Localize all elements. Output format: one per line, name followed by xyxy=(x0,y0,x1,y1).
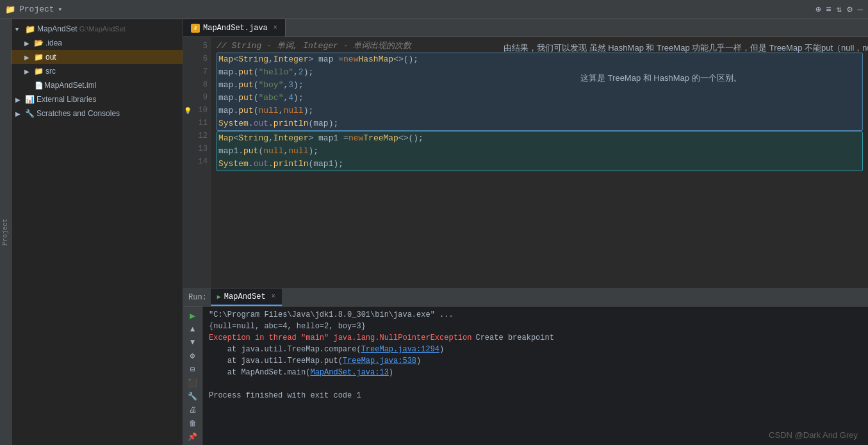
sidebar-item-src[interactable]: ▶ 📁 src xyxy=(12,64,183,78)
project-label[interactable]: Project xyxy=(19,4,54,14)
scratches-label: Scratches and Consoles xyxy=(37,109,120,118)
run-label: Run: xyxy=(188,293,209,302)
settings-icon[interactable]: ⚙ xyxy=(190,351,195,361)
scroll-up-icon[interactable]: ▲ xyxy=(190,325,195,334)
console-exit-code: Process finished with exit code 1 xyxy=(209,390,862,401)
console-stack-1: at java.util.TreeMap.compare(TreeMap.jav… xyxy=(209,344,862,355)
line-num-10: 10 💡 xyxy=(183,104,211,117)
console-exception-line: Exception in thread "main" java.lang.Nul… xyxy=(209,332,862,344)
code-line-12: Map<String,Integer> map1 =new TreeMap<>(… xyxy=(217,132,862,145)
line-num-12: 12 xyxy=(183,130,211,142)
console-stack-2: at java.util.TreeMap.put(TreeMap.java:53… xyxy=(209,355,862,367)
run-tab-icon: ▶ xyxy=(217,293,221,301)
toolbar-add-icon[interactable]: ⊕ xyxy=(815,4,821,15)
line-num-11: 11 xyxy=(183,117,211,130)
code-line-6: Map<String,Integer> map = new HashMap<>(… xyxy=(217,53,862,66)
project-root-label: MapAndSet xyxy=(37,24,78,33)
tree-item-root[interactable]: ▾ 📁 MapAndSet G:\MapAndSet xyxy=(12,22,183,36)
line-num-14: 14 xyxy=(183,155,211,168)
stack-link-2[interactable]: TreeMap.java:538 xyxy=(343,357,416,365)
bulb-icon[interactable]: 💡 xyxy=(184,105,192,118)
tab-mapandset[interactable]: J MapAndSet.java × xyxy=(183,19,286,37)
create-breakpoint-btn[interactable]: Create breakpoint xyxy=(475,332,553,344)
toolbar-align-icon[interactable]: ≡ xyxy=(826,4,831,15)
watermark: CSDN @Dark And Grey xyxy=(769,430,858,440)
line-num-13: 13 xyxy=(183,142,211,155)
line-num-7: 7 xyxy=(183,65,211,78)
bottom-content: ▶ ▲ ▼ ⚙ ⊟ ⬛ 🔧 🖨 🗑 📌 "C:\Program Files\Ja… xyxy=(183,306,868,445)
idea-label: .idea xyxy=(45,38,62,47)
print-icon[interactable]: 🖨 xyxy=(189,405,197,415)
stack-link-1[interactable]: TreeMap.java:1294 xyxy=(361,345,439,354)
out-label: out xyxy=(45,53,56,62)
sidebar-item-scratches[interactable]: ▶ 🔧 Scratches and Consoles xyxy=(12,106,183,121)
tab-label: MapAndSet.java xyxy=(203,24,268,33)
sidebar-item-iml[interactable]: 📄 MapAndSet.iml xyxy=(12,78,183,92)
toolbar-settings-icon[interactable]: ⚙ xyxy=(847,4,852,15)
editor-tab-bar: J MapAndSet.java × xyxy=(183,19,868,37)
console-empty xyxy=(209,378,862,390)
filter-icon[interactable]: ⊟ xyxy=(190,365,195,374)
line-numbers: 5 6 7 8 9 10 💡 11 12 13 14 xyxy=(183,37,211,288)
right-annotation: 这算是 TreeMap 和 HashMap 的一个区别。 xyxy=(580,72,862,84)
ext-lib-label: External Libraries xyxy=(37,95,96,104)
console-stack-3: at MapAndSet.main(MapAndSet.java:13) xyxy=(209,367,862,378)
stop-icon[interactable]: ⬛ xyxy=(188,378,197,388)
run-play-icon[interactable]: ▶ xyxy=(190,310,195,321)
sidebar-item-ext-lib[interactable]: ▶ 📊 External Libraries xyxy=(12,92,183,106)
top-annotation: 由结果，我们可以发现 虽然 HashMap 和 TreeMap 功能几乎一样，但… xyxy=(504,42,862,54)
stack-link-3[interactable]: MapAndSet.java:13 xyxy=(310,368,388,377)
sidebar: ▾ 📁 MapAndSet G:\MapAndSet ▶ 📂 .idea ▶ 📁… xyxy=(12,19,183,445)
console-output: "C:\Program Files\Java\jdk1.8.0_301\bin\… xyxy=(202,306,868,445)
arrow-right-icon-src: ▶ xyxy=(24,68,32,75)
bottom-tab-mapandset[interactable]: ▶ MapAndSet × xyxy=(211,289,282,306)
code-line-14: System.out.println(map1); xyxy=(217,158,862,171)
arrow-right-ext: ▶ xyxy=(15,96,23,103)
src-label: src xyxy=(45,67,56,76)
line-num-5: 5 xyxy=(183,40,211,53)
code-line-10: map.put(null,null); xyxy=(217,105,862,117)
console-output-line1: {null=null, abc=4, hello=2, boy=3} xyxy=(209,321,862,332)
bottom-left-toolbar: ▶ ▲ ▼ ⚙ ⊟ ⬛ 🔧 🖨 🗑 📌 xyxy=(183,306,202,445)
scroll-down-icon[interactable]: ▼ xyxy=(190,338,195,347)
code-line-13: map1.put(null,null); xyxy=(217,145,862,158)
tab-close-icon[interactable]: × xyxy=(274,24,277,31)
bottom-tab-bar: Run: ▶ MapAndSet × xyxy=(183,289,868,306)
ext-lib-icon: 📊 xyxy=(25,95,35,104)
arrow-right-scratches: ▶ xyxy=(15,110,23,117)
console-command: "C:\Program Files\Java\jdk1.8.0_301\bin\… xyxy=(209,309,862,321)
code-line-9: map.put("abc",4); xyxy=(217,92,862,105)
line-num-8: 8 xyxy=(183,78,211,91)
iml-file-icon: 📄 xyxy=(35,81,42,90)
top-toolbar: 📁 Project ▾ ⊕ ≡ ⇅ ⚙ — xyxy=(0,0,868,19)
project-root-folder-icon: 📁 xyxy=(25,24,35,34)
toolbar-sort-icon[interactable]: ⇅ xyxy=(837,4,842,15)
java-file-icon: J xyxy=(191,24,200,33)
scratches-icon: 🔧 xyxy=(25,109,35,118)
toolbar-minimize-icon[interactable]: — xyxy=(858,4,863,15)
code-editor: 5 6 7 8 9 10 💡 11 12 13 14 xyxy=(183,37,868,288)
idea-folder-icon: 📂 xyxy=(34,38,44,47)
run-tab-close[interactable]: × xyxy=(272,293,275,300)
sidebar-item-out[interactable]: ▶ 📁 out xyxy=(12,50,183,64)
line-num-6: 6 xyxy=(183,53,211,65)
project-dropdown-arrow[interactable]: ▾ xyxy=(58,5,63,13)
line-num-9: 9 xyxy=(183,91,211,104)
out-folder-icon: 📁 xyxy=(34,53,44,62)
pin-icon[interactable]: 📌 xyxy=(188,432,197,442)
highlighted-region-teal: Map<String,Integer> map1 =new TreeMap<>(… xyxy=(217,131,863,171)
arrow-right-icon: ▶ xyxy=(24,40,32,47)
iml-label: MapAndSet.iml xyxy=(44,81,96,90)
wrench-icon[interactable]: 🔧 xyxy=(188,392,197,401)
bottom-panel: Run: ▶ MapAndSet × ▶ ▲ ▼ ⚙ ⊟ xyxy=(183,288,868,445)
sidebar-item-idea[interactable]: ▶ 📂 .idea xyxy=(12,36,183,50)
arrow-down-icon: ▾ xyxy=(15,26,23,33)
project-root-path: G:\MapAndSet xyxy=(79,25,126,33)
code-line-11: System.out.println(map); xyxy=(217,117,862,130)
src-folder-icon: 📁 xyxy=(34,67,44,76)
sidebar-content: ▾ 📁 MapAndSet G:\MapAndSet ▶ 📂 .idea ▶ 📁… xyxy=(12,19,183,445)
trash-icon[interactable]: 🗑 xyxy=(189,419,197,428)
highlighted-region-blue: Map<String,Integer> map = new HashMap<>(… xyxy=(217,53,863,131)
project-folder-icon: 📁 xyxy=(5,4,15,15)
arrow-right-icon-out: ▶ xyxy=(24,54,32,61)
